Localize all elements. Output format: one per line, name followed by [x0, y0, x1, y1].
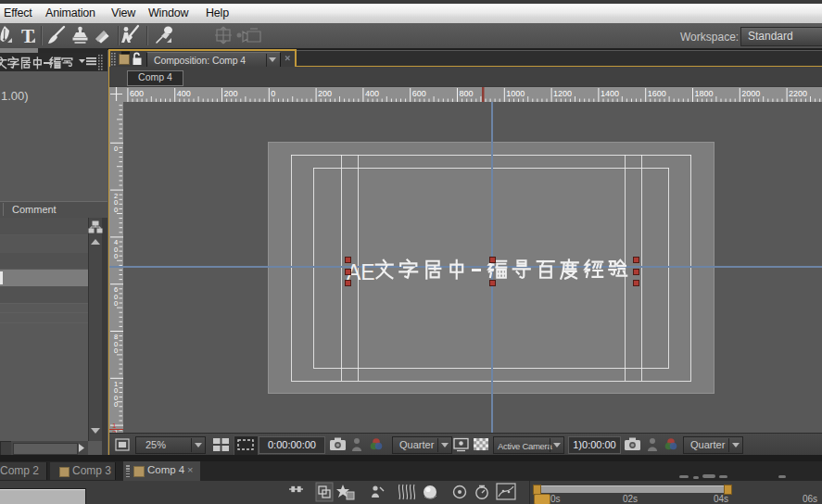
svg-text:T: T [21, 25, 34, 47]
